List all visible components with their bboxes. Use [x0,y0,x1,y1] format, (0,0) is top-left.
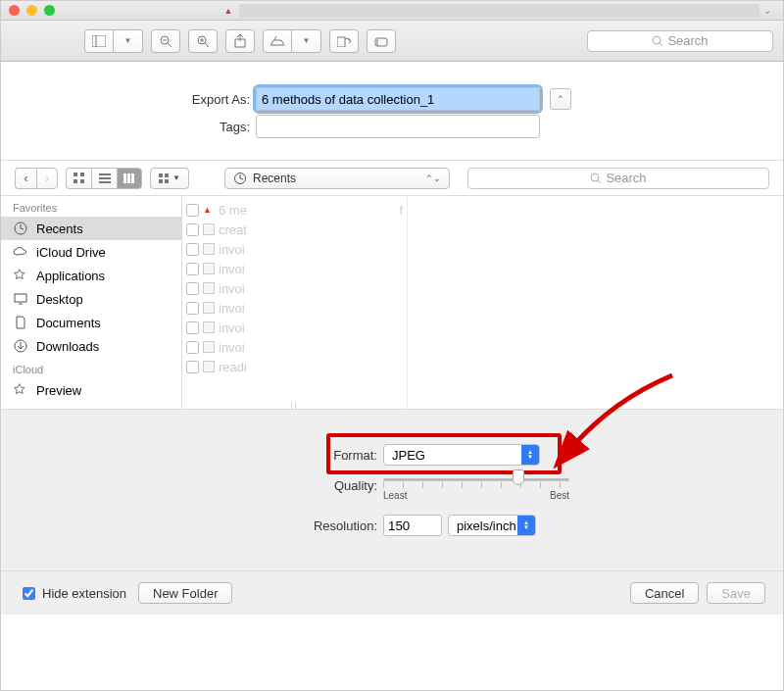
preview-icon [13,382,28,398]
chevron-left-icon: ‹ [24,172,28,185]
sidebar-item-preview[interactable]: Preview [1,378,181,402]
hide-extension-label: Hide extension [42,586,126,601]
zoom-in-button[interactable] [188,29,218,53]
close-icon[interactable] [9,5,20,16]
expand-collapse-button[interactable]: ⌃ [550,88,571,110]
file-name: 6 me [219,203,395,218]
preview-toolbar: ▼ ▼ Search [1,21,783,62]
markup-button[interactable] [367,29,396,53]
list-item[interactable]: invoi [182,337,407,357]
cancel-button[interactable]: Cancel [630,582,699,604]
filename-input[interactable] [256,87,540,111]
rotate-button[interactable] [329,29,359,53]
list-item[interactable]: invoi [182,298,407,318]
sidebar-toggle-menu[interactable]: ▼ [114,29,143,53]
view-list-button[interactable] [91,168,117,189]
svg-rect-21 [80,179,84,183]
sidebar-item-icloud-drive[interactable]: iCloud Drive [1,240,181,264]
sidebar: Favorites Recents iCloud Drive Applicati… [1,196,182,409]
view-column-button[interactable] [117,168,142,189]
pdf-icon: ▲ [203,205,215,215]
new-folder-button[interactable]: New Folder [138,582,232,604]
file-icon [203,361,215,372]
svg-rect-13 [337,37,345,47]
updown-icon: ▲▼ [517,516,535,535]
hide-extension-checkbox[interactable]: Hide extension [19,584,126,603]
sidebar-item-label: Desktop [36,292,83,307]
slider-thumb[interactable] [513,469,524,485]
chevron-down-icon: ▼ [124,36,132,45]
view-icon-button[interactable] [66,168,91,189]
back-button[interactable]: ‹ [15,168,36,189]
file-browser: Favorites Recents iCloud Drive Applicati… [1,196,783,410]
cloud-icon [13,244,28,260]
minimize-icon[interactable] [26,5,37,16]
app-icon [13,268,28,283]
svg-line-34 [240,178,243,179]
svg-rect-20 [74,179,77,183]
list-item[interactable]: invoi [182,278,407,298]
file-name: invoi [219,281,403,296]
resolution-input[interactable] [383,515,442,536]
list-item[interactable]: ▲6 mef [182,200,407,220]
format-select[interactable]: JPEG ▲▼ [383,444,540,466]
file-name: readi [219,360,403,374]
export-options: Format: JPEG ▲▼ Quality: Least Best Reso… [1,410,783,571]
list-view-icon [99,173,111,183]
list-item[interactable]: readi [182,357,407,376]
tags-input[interactable] [256,115,540,138]
highlight-menu[interactable]: ▼ [292,29,321,53]
highlight-button[interactable] [263,29,292,53]
forward-button: › [36,168,58,189]
list-item[interactable]: invoi [182,318,407,337]
location-picker[interactable]: Recents ⌃⌄ [224,168,450,189]
chevron-right-icon: › [45,172,49,185]
file-name: invoi [219,301,403,316]
resolution-unit-select[interactable]: pixels/inch ▲▼ [448,515,536,536]
sidebar-item-label: Documents [36,316,101,330]
maximize-icon[interactable] [44,5,55,16]
sidebar-toggle-button[interactable] [84,29,114,53]
finder-nav-bar: ‹ › ▼ Recents ⌃⌄ Search [1,161,783,196]
file-name: invoi [219,340,403,355]
quality-slider[interactable] [383,470,569,488]
file-icon [203,243,215,255]
sidebar-header-icloud: iCloud [1,358,181,378]
highlight-icon [270,35,284,47]
sidebar-header-favorites: Favorites [1,196,181,217]
sidebar-item-recents[interactable]: Recents [1,217,181,240]
toolbar-search[interactable]: Search [587,30,773,52]
svg-point-35 [591,173,599,181]
svg-rect-31 [165,179,169,183]
group-by-button[interactable]: ▼ [150,168,189,189]
format-value: JPEG [392,448,425,463]
file-icon [203,341,215,353]
list-item[interactable]: creat [182,220,407,239]
icon-view-icon [74,173,85,184]
resolution-unit-value: pixels/inch [457,518,516,533]
svg-rect-28 [159,173,163,177]
svg-line-6 [205,43,209,47]
file-icon [203,282,215,294]
share-button[interactable] [225,29,255,53]
sidebar-icon [92,35,106,47]
svg-rect-26 [127,173,130,183]
file-icon [203,302,215,314]
list-item[interactable]: invoi [182,259,407,278]
sidebar-item-desktop[interactable]: Desktop [1,287,181,311]
svg-rect-29 [165,173,169,177]
sidebar-item-documents[interactable]: Documents [1,311,181,334]
chevron-up-icon: ⌃ [557,94,564,104]
export-section: Export As: ⌃ Tags: [1,62,783,161]
svg-rect-18 [74,173,77,176]
list-item[interactable]: invoi [182,239,407,259]
title-dropdown-icon[interactable]: ⌄ [763,5,775,16]
svg-line-17 [660,43,662,46]
chevron-down-icon: ▼ [172,173,180,182]
quality-least-label: Least [383,490,407,501]
sidebar-item-downloads[interactable]: Downloads [1,334,181,358]
zoom-out-button[interactable] [151,29,180,53]
finder-search[interactable]: Search [467,168,769,189]
sidebar-item-applications[interactable]: Applications [1,264,181,287]
save-button[interactable]: Save [707,582,765,604]
